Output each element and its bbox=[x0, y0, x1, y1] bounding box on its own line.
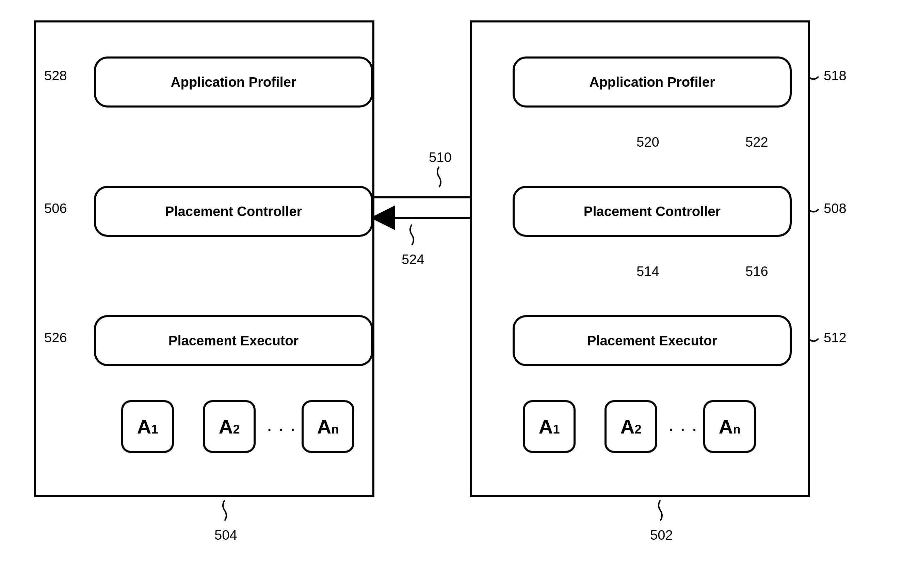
placement-controller-box-right: Placement Controller bbox=[513, 186, 792, 237]
right-node-container: Application Profiler Placement Controlle… bbox=[470, 20, 810, 497]
app-profiler-box-right: Application Profiler bbox=[513, 57, 792, 107]
app-a1-right: A1 bbox=[523, 400, 576, 453]
apps-ellipsis-left: · · · bbox=[267, 422, 297, 438]
ref-512: 512 bbox=[824, 330, 846, 345]
app-a2-right: A2 bbox=[604, 400, 657, 453]
ref-522: 522 bbox=[746, 134, 768, 150]
app-an-left: An bbox=[302, 400, 354, 453]
placement-executor-box-left: Placement Executor bbox=[94, 315, 373, 366]
placement-controller-box-left: Placement Controller bbox=[94, 186, 373, 237]
ref-508: 508 bbox=[824, 201, 846, 216]
placement-controller-label-right: Placement Controller bbox=[584, 204, 721, 219]
left-node-container: Application Profiler Placement Controlle… bbox=[34, 20, 374, 497]
apps-ellipsis-right: · · · bbox=[669, 422, 698, 438]
ref-528: 528 bbox=[44, 68, 67, 83]
ref-504: 504 bbox=[214, 527, 237, 543]
ref-526: 526 bbox=[44, 330, 67, 345]
app-a1-left: A1 bbox=[121, 400, 174, 453]
ref-514: 514 bbox=[637, 264, 659, 279]
ref-520: 520 bbox=[637, 134, 659, 150]
app-profiler-box-left: Application Profiler bbox=[94, 57, 373, 107]
app-an-right: An bbox=[703, 400, 756, 453]
ref-516: 516 bbox=[746, 264, 768, 279]
ref-506: 506 bbox=[44, 201, 67, 216]
app-a2-left: A2 bbox=[203, 400, 256, 453]
app-profiler-label-right: Application Profiler bbox=[590, 74, 715, 90]
ref-502: 502 bbox=[650, 527, 673, 543]
placement-executor-label-right: Placement Executor bbox=[587, 333, 717, 349]
placement-executor-box-right: Placement Executor bbox=[513, 315, 792, 366]
ref-510: 510 bbox=[429, 150, 452, 165]
app-profiler-label-left: Application Profiler bbox=[171, 74, 296, 90]
placement-controller-label-left: Placement Controller bbox=[165, 204, 302, 219]
ref-524: 524 bbox=[402, 252, 425, 267]
ref-518: 518 bbox=[824, 68, 846, 83]
placement-executor-label-left: Placement Executor bbox=[168, 333, 299, 349]
